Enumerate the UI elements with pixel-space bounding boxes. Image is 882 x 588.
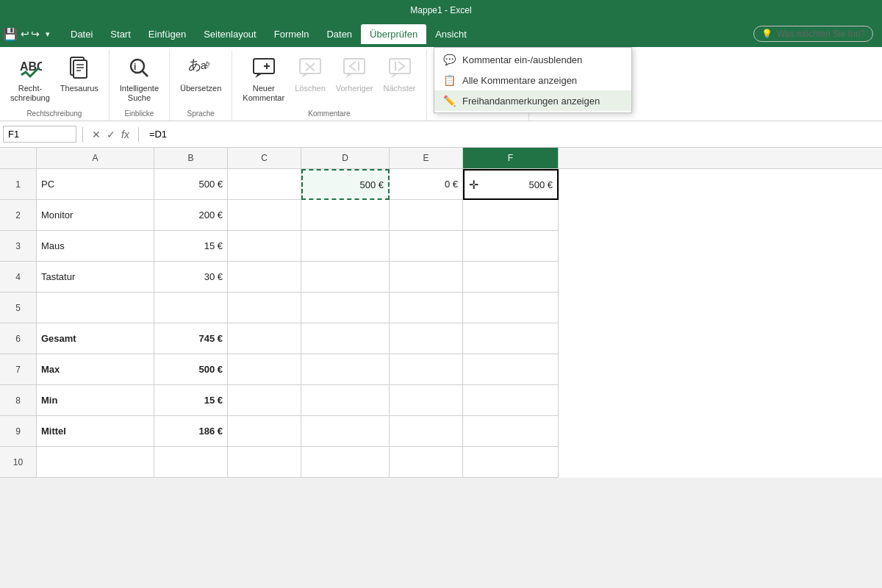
cell-a1[interactable]: PC	[37, 169, 154, 200]
row-header-8[interactable]: 8	[0, 385, 37, 416]
cell-d1[interactable]: 500 €	[301, 169, 390, 200]
cell-e3[interactable]	[390, 231, 463, 262]
search-box[interactable]: 💡 Was möchten Sie tun?	[753, 26, 873, 42]
row-header-9[interactable]: 9	[0, 416, 37, 447]
cell-b8[interactable]: 15 €	[154, 385, 228, 416]
menu-ansicht[interactable]: Ansicht	[426, 24, 476, 44]
cell-d7[interactable]	[301, 354, 390, 385]
cell-b1[interactable]: 500 €	[154, 169, 228, 200]
ribbon-btn-thesaurus[interactable]: Thesaurus	[56, 53, 103, 96]
cell-f10[interactable]	[463, 447, 559, 478]
cell-a2[interactable]: Monitor	[37, 200, 154, 231]
cell-d6[interactable]	[301, 323, 390, 354]
cell-d8[interactable]	[301, 385, 390, 416]
cell-c9[interactable]	[228, 416, 301, 447]
cell-a4[interactable]: Tastatur	[37, 262, 154, 293]
col-header-b[interactable]: B	[154, 148, 228, 168]
cell-b9[interactable]: 186 €	[154, 416, 228, 447]
cell-f3[interactable]	[463, 231, 559, 262]
cell-b2[interactable]: 200 €	[154, 200, 228, 231]
cell-f6[interactable]	[463, 323, 559, 354]
cell-a3[interactable]: Maus	[37, 231, 154, 262]
cell-a7[interactable]: Max	[37, 354, 154, 385]
dropdown-item-freihand[interactable]: ✏️ Freihandanmerkungen anzeigen	[434, 90, 631, 111]
cell-b6[interactable]: 745 €	[154, 323, 228, 354]
row-header-3[interactable]: 3	[0, 231, 37, 262]
cell-b3[interactable]: 15 €	[154, 231, 228, 262]
cell-e2[interactable]	[390, 200, 463, 231]
dropdown-item-alle-kommentare[interactable]: 📋 Alle Kommentare anzeigen	[434, 70, 631, 90]
row-header-2[interactable]: 2	[0, 200, 37, 231]
cell-d5[interactable]	[301, 293, 390, 323]
col-header-a[interactable]: A	[37, 148, 154, 168]
row-header-10[interactable]: 10	[0, 447, 37, 478]
cell-f5[interactable]	[463, 293, 559, 323]
cell-f7[interactable]	[463, 354, 559, 385]
cell-e8[interactable]	[390, 385, 463, 416]
menu-ueberpruefen[interactable]: Überprüfen	[361, 24, 426, 44]
cell-c1[interactable]	[228, 169, 301, 200]
cell-f2[interactable]	[463, 200, 559, 231]
cell-c4[interactable]	[228, 262, 301, 293]
formula-input[interactable]	[145, 126, 879, 142]
qat-undo[interactable]: ↩	[21, 28, 29, 40]
menu-datei[interactable]: Datei	[62, 24, 101, 44]
row-header-1[interactable]: 1	[0, 169, 37, 200]
cell-b4[interactable]: 30 €	[154, 262, 228, 293]
cell-a9[interactable]: Mittel	[37, 416, 154, 447]
ribbon-btn-loeschen[interactable]: Löschen	[290, 53, 330, 96]
ribbon-btn-neuer-kommentar[interactable]: NeuerKommentar	[238, 53, 289, 106]
cell-e5[interactable]	[390, 293, 463, 323]
qat-redo[interactable]: ↪	[31, 28, 40, 40]
cell-a5[interactable]	[37, 293, 154, 323]
cell-d9[interactable]	[301, 416, 390, 447]
cell-a10[interactable]	[37, 447, 154, 478]
cell-d2[interactable]	[301, 200, 390, 231]
cell-d3[interactable]	[301, 231, 390, 262]
row-header-5[interactable]: 5	[0, 293, 37, 323]
qat-more[interactable]: ▾	[46, 29, 50, 39]
cell-c6[interactable]	[228, 323, 301, 354]
cell-e7[interactable]	[390, 354, 463, 385]
ribbon-btn-uebersetzen[interactable]: あ a b̲ Übersetzen	[176, 53, 226, 96]
cell-f9[interactable]	[463, 416, 559, 447]
cell-f1[interactable]: ✛ 500 €	[463, 169, 559, 200]
menu-einfuegen[interactable]: Einfügen	[140, 24, 195, 44]
cell-e6[interactable]	[390, 323, 463, 354]
col-header-d[interactable]: D	[301, 148, 390, 168]
cell-f8[interactable]	[463, 385, 559, 416]
name-box[interactable]	[3, 126, 76, 143]
confirm-icon[interactable]: ✓	[107, 129, 115, 140]
cell-b7[interactable]: 500 €	[154, 354, 228, 385]
cell-d10[interactable]	[301, 447, 390, 478]
ribbon-btn-intelligente-suche[interactable]: i IntelligenteSuche	[115, 53, 163, 106]
cell-f4[interactable]	[463, 262, 559, 293]
dropdown-item-kommentar-toggle[interactable]: 💬 Kommentar ein-/ausblenden	[434, 49, 631, 70]
qat-save[interactable]: 💾	[3, 27, 18, 41]
row-header-6[interactable]: 6	[0, 323, 37, 354]
col-header-e[interactable]: E	[390, 148, 463, 168]
ribbon-btn-rechtschreibung[interactable]: ABC Recht-schreibung	[6, 53, 54, 106]
menu-start[interactable]: Start	[101, 24, 139, 44]
cell-a6[interactable]: Gesamt	[37, 323, 154, 354]
cancel-icon[interactable]: ✕	[92, 129, 101, 140]
cell-e4[interactable]	[390, 262, 463, 293]
menu-formeln[interactable]: Formeln	[265, 24, 318, 44]
cell-c2[interactable]	[228, 200, 301, 231]
cell-e1[interactable]: 0 €	[390, 169, 463, 200]
cell-e9[interactable]	[390, 416, 463, 447]
cell-c8[interactable]	[228, 385, 301, 416]
menu-daten[interactable]: Daten	[318, 24, 361, 44]
ribbon-btn-vorheriger[interactable]: Vorheriger	[331, 53, 378, 96]
cell-a8[interactable]: Min	[37, 385, 154, 416]
cell-d4[interactable]	[301, 262, 390, 293]
cell-b5[interactable]	[154, 293, 228, 323]
cell-c3[interactable]	[228, 231, 301, 262]
col-header-f[interactable]: F	[463, 148, 559, 168]
fx-icon[interactable]: fx	[121, 129, 129, 140]
cell-c7[interactable]	[228, 354, 301, 385]
col-header-c[interactable]: C	[228, 148, 301, 168]
row-header-7[interactable]: 7	[0, 354, 37, 385]
cell-c5[interactable]	[228, 293, 301, 323]
ribbon-btn-naechster[interactable]: Nächster	[379, 53, 420, 96]
